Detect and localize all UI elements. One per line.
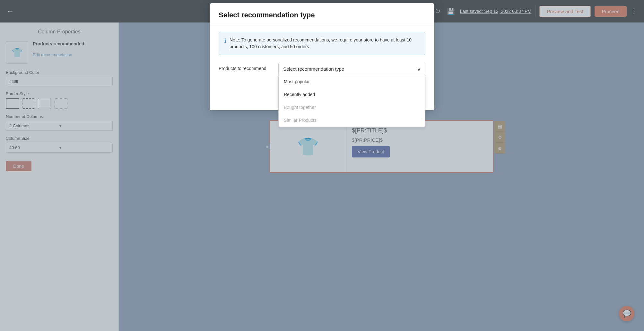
- form-label: Products to recommend: [219, 63, 273, 71]
- modal-title: Select recommendation type: [219, 11, 315, 19]
- modal-overlay: Select recommendation type ℹ Note: To ge…: [0, 0, 644, 331]
- option-recently-added[interactable]: Recently added: [279, 88, 425, 101]
- dropdown-options-list: Most popular Recently added Bought toget…: [278, 75, 425, 127]
- dropdown-wrapper: Select recommendation type ∨ Most popula…: [278, 63, 425, 75]
- dropdown-placeholder: Select recommendation type: [283, 66, 344, 72]
- option-most-popular[interactable]: Most popular: [279, 75, 425, 88]
- option-bought-together: Bought together: [279, 101, 425, 114]
- recommendation-type-dropdown[interactable]: Select recommendation type: [278, 63, 425, 75]
- recommendation-modal: Select recommendation type ℹ Note: To ge…: [210, 3, 434, 110]
- info-text: Note: To generate personalized recommend…: [230, 37, 420, 50]
- modal-header: Select recommendation type: [210, 3, 434, 25]
- info-icon: ℹ: [224, 37, 226, 44]
- modal-body: ℹ Note: To generate personalized recomme…: [210, 25, 434, 91]
- form-row: Products to recommend Select recommendat…: [219, 63, 425, 75]
- option-similar-products: Similar Products: [279, 114, 425, 127]
- info-box: ℹ Note: To generate personalized recomme…: [219, 32, 425, 55]
